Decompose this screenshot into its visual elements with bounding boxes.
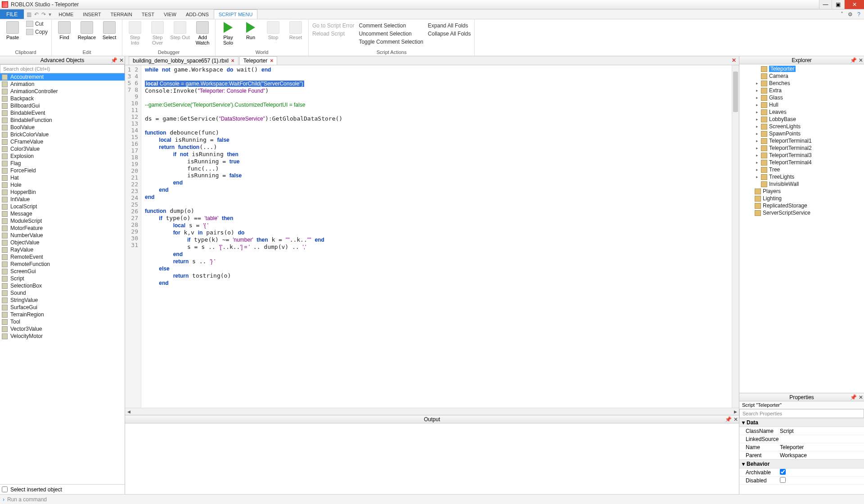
object-item-selectionbox[interactable]: SelectionBox: [0, 282, 125, 289]
expand-icon[interactable]: ▸: [755, 146, 759, 150]
code-editor[interactable]: 1 2 3 4 5 6 7 8 9 10 11 12 13 14 15 16 1…: [125, 65, 739, 408]
explorer-item-camera[interactable]: Camera: [739, 72, 864, 80]
menu-tab-view[interactable]: VIEW: [159, 9, 181, 19]
stop-button[interactable]: Stop: [263, 20, 283, 40]
expand-icon[interactable]: ▸: [755, 95, 759, 100]
expand-icon[interactable]: ▸: [755, 103, 759, 107]
menu-tab-home[interactable]: HOME: [54, 9, 78, 19]
property-checkbox[interactable]: [780, 469, 786, 475]
property-row-linkedsource[interactable]: LinkedSource: [739, 435, 864, 443]
object-item-forcefield[interactable]: ForceField: [0, 167, 125, 174]
object-item-objectvalue[interactable]: ObjectValue: [0, 239, 125, 246]
object-item-hopperbin[interactable]: HopperBin: [0, 189, 125, 196]
explorer-item-tree[interactable]: ▸Tree: [739, 166, 864, 173]
object-item-intvalue[interactable]: IntValue: [0, 196, 125, 203]
toggle-comment-button[interactable]: Toggle Comment Selection: [358, 38, 424, 45]
object-item-localscript[interactable]: LocalScript: [0, 203, 125, 210]
property-row-classname[interactable]: ClassNameScript: [739, 427, 864, 435]
replace-button[interactable]: Replace: [77, 20, 97, 40]
object-item-vector3value[interactable]: Vector3Value: [0, 325, 125, 333]
menu-tab-add-ons[interactable]: ADD-ONS: [181, 9, 214, 19]
expand-icon[interactable]: ▸: [755, 110, 759, 114]
menu-tab-terrain[interactable]: TERRAIN: [106, 9, 137, 19]
object-item-script[interactable]: Script: [0, 275, 125, 282]
object-item-hat[interactable]: Hat: [0, 174, 125, 181]
properties-close-icon[interactable]: ✕: [859, 394, 863, 400]
explorer-item-teleportterminal4[interactable]: ▸TeleportTerminal4: [739, 159, 864, 166]
object-item-hole[interactable]: Hole: [0, 181, 125, 189]
object-item-remoteevent[interactable]: RemoteEvent: [0, 253, 125, 261]
explorer-item-treelights[interactable]: ▸TreeLights: [739, 173, 864, 180]
output-close-icon[interactable]: ✕: [734, 416, 738, 423]
select-inserted-check-input[interactable]: [2, 486, 8, 492]
expand-all-folds-button[interactable]: Expand All Folds: [427, 22, 472, 29]
code-area[interactable]: while not game.Workspace do wait() end l…: [141, 65, 732, 408]
explorer-item-teleporter[interactable]: Teleporter: [739, 65, 864, 72]
menu-tab-insert[interactable]: INSERT: [78, 9, 106, 19]
run-button[interactable]: Run: [241, 20, 261, 40]
property-row-parent[interactable]: ParentWorkspace: [739, 451, 864, 459]
object-item-bindablefunction[interactable]: BindableFunction: [0, 117, 125, 124]
cut-button[interactable]: Cut: [25, 20, 49, 27]
minimize-button[interactable]: —: [819, 0, 832, 9]
object-item-explosion[interactable]: Explosion: [0, 153, 125, 160]
step-out-button[interactable]: Step Out: [170, 20, 190, 40]
output-pin-icon[interactable]: 📌: [725, 416, 732, 423]
object-item-flag[interactable]: Flag: [0, 160, 125, 167]
collapse-all-folds-button[interactable]: Collapse All Folds: [427, 30, 472, 37]
object-item-screengui[interactable]: ScreenGui: [0, 268, 125, 275]
collapse-icon[interactable]: ▾: [742, 419, 745, 426]
step-into-button[interactable]: Step Into: [125, 20, 145, 45]
object-item-backpack[interactable]: Backpack: [0, 95, 125, 102]
expand-icon[interactable]: ▸: [755, 139, 759, 143]
object-item-color3value[interactable]: Color3Value: [0, 145, 125, 153]
menu-tab-test[interactable]: TEST: [137, 9, 159, 19]
explorer-item-extra[interactable]: ▸Extra: [739, 87, 864, 94]
tab-close-icon[interactable]: ×: [270, 58, 273, 64]
add-watch-button[interactable]: Add Watch: [193, 20, 212, 45]
object-item-modulescript[interactable]: ModuleScript: [0, 217, 125, 225]
qat-redo-icon[interactable]: ↷: [41, 11, 46, 18]
play-solo-button[interactable]: Play Solo: [218, 20, 238, 45]
explorer-item-teleportterminal3[interactable]: ▸TeleportTerminal3: [739, 152, 864, 159]
command-input[interactable]: Run a command: [7, 496, 47, 503]
explorer-item-benches[interactable]: ▸Benches: [739, 80, 864, 87]
object-item-boolvalue[interactable]: BoolValue: [0, 124, 125, 131]
document-tab[interactable]: building_demo_lobby_space657 (1).rbxl×: [129, 56, 238, 65]
find-button[interactable]: Find: [54, 20, 74, 40]
uncomment-selection-button[interactable]: Uncomment Selection: [358, 30, 424, 37]
property-section-behavior[interactable]: ▾Behavior: [739, 459, 864, 468]
ribbon-collapse-icon[interactable]: ˄: [841, 11, 843, 18]
settings-icon[interactable]: ⚙: [848, 11, 853, 18]
explorer-close-icon[interactable]: ✕: [859, 57, 863, 63]
tab-close-all-icon[interactable]: ✕: [732, 57, 736, 63]
object-item-terrainregion[interactable]: TerrainRegion: [0, 311, 125, 318]
comment-selection-button[interactable]: Comment Selection: [358, 22, 424, 29]
output-content[interactable]: [125, 423, 739, 494]
object-item-tool[interactable]: Tool: [0, 318, 125, 325]
explorer-item-teleportterminal1[interactable]: ▸TeleportTerminal1: [739, 137, 864, 144]
advanced-objects-search[interactable]: Search object (Ctrl+I): [0, 64, 125, 73]
object-item-remotefunction[interactable]: RemoteFunction: [0, 261, 125, 268]
object-item-accoutrement[interactable]: Accoutrement: [0, 73, 125, 81]
menu-tab-script-menu[interactable]: SCRIPT MENU: [214, 9, 258, 19]
explorer-item-teleportterminal2[interactable]: ▸TeleportTerminal2: [739, 144, 864, 152]
go-to-script-error-button[interactable]: Go to Script Error: [311, 22, 355, 29]
object-item-rayvalue[interactable]: RayValue: [0, 246, 125, 253]
step-over-button[interactable]: Step Over: [148, 20, 167, 45]
object-item-velocitymotor[interactable]: VelocityMotor: [0, 333, 125, 340]
vertical-scrollbar[interactable]: [732, 65, 739, 408]
reset-button[interactable]: Reset: [286, 20, 306, 40]
explorer-item-players[interactable]: Players: [739, 188, 864, 195]
expand-icon[interactable]: ▸: [755, 160, 759, 165]
horizontal-scrollbar[interactable]: ◀▶: [125, 408, 739, 415]
explorer-item-screenlights[interactable]: ▸ScreenLights: [739, 123, 864, 130]
copy-button[interactable]: Copy: [25, 28, 49, 36]
object-item-motorfeature[interactable]: MotorFeature: [0, 225, 125, 232]
qat-undo-icon[interactable]: ↶: [34, 11, 39, 18]
select-button[interactable]: Select: [99, 20, 119, 40]
panel-pin-icon[interactable]: 📌: [111, 57, 117, 63]
expand-icon[interactable]: ▸: [755, 124, 759, 129]
object-item-animation[interactable]: Animation: [0, 81, 125, 88]
object-item-bindableevent[interactable]: BindableEvent: [0, 109, 125, 117]
